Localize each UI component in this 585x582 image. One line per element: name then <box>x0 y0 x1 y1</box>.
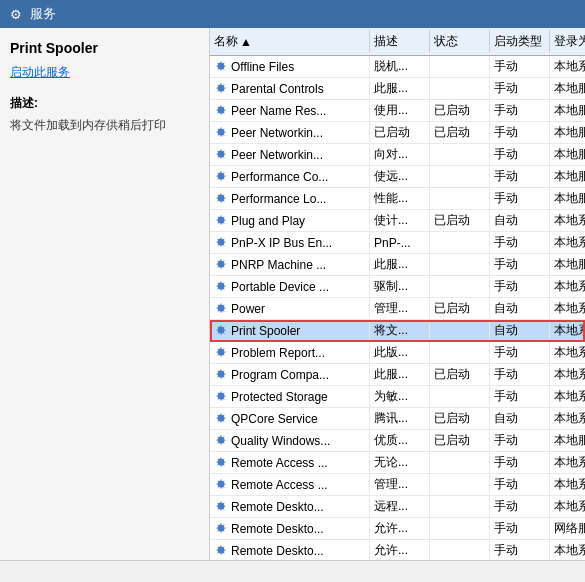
cell-start-type: 手动 <box>490 496 550 517</box>
cell-name: QPCore Service <box>210 408 370 429</box>
desc-label: 描述: <box>10 95 199 112</box>
cell-name: Performance Lo... <box>210 188 370 209</box>
table-row[interactable]: Peer Name Res...使用...已启动手动本地服务 <box>210 100 585 122</box>
cell-name: Remote Access ... <box>210 452 370 473</box>
cell-name: Quality Windows... <box>210 430 370 451</box>
cell-desc: 此服... <box>370 78 430 99</box>
service-name: Print Spooler <box>231 324 300 338</box>
service-name: Performance Lo... <box>231 192 326 206</box>
service-name: Power <box>231 302 265 316</box>
cell-login: 本地服务 <box>550 78 585 99</box>
cell-login: 本地服务 <box>550 122 585 143</box>
cell-start-type: 手动 <box>490 518 550 539</box>
cell-name: Parental Controls <box>210 78 370 99</box>
service-gear-icon <box>214 148 228 162</box>
service-gear-icon <box>214 390 228 404</box>
cell-desc: 为敏... <box>370 386 430 407</box>
cell-start-type: 手动 <box>490 166 550 187</box>
start-service-link[interactable]: 启动此服务 <box>10 65 70 79</box>
table-row[interactable]: Peer Networkin...已启动已启动手动本地服务 <box>210 122 585 144</box>
cell-status <box>430 188 490 209</box>
cell-name: Plug and Play <box>210 210 370 231</box>
cell-login: 本地服务 <box>550 188 585 209</box>
service-name: Remote Deskto... <box>231 544 324 558</box>
cell-name: Remote Deskto... <box>210 540 370 560</box>
service-gear-icon <box>214 60 228 74</box>
table-row[interactable]: Protected Storage为敏...手动本地系统 <box>210 386 585 408</box>
cell-start-type: 手动 <box>490 144 550 165</box>
cell-name: Peer Networkin... <box>210 144 370 165</box>
service-name: Problem Report... <box>231 346 325 360</box>
cell-status <box>430 254 490 275</box>
cell-start-type: 手动 <box>490 342 550 363</box>
service-name: Performance Co... <box>231 170 328 184</box>
col-start-type[interactable]: 启动类型 <box>490 30 550 53</box>
status-bar <box>0 560 585 582</box>
table-body: Offline Files脱机...手动本地系统 Parental Contro… <box>210 56 585 560</box>
service-gear-icon <box>214 236 228 250</box>
table-row[interactable]: QPCore Service腾讯...已启动自动本地系统 <box>210 408 585 430</box>
table-row[interactable]: Offline Files脱机...手动本地系统 <box>210 56 585 78</box>
main-area: Print Spooler 启动此服务 描述: 将文件加载到内存供稍后打印 名称… <box>0 28 585 560</box>
table-row[interactable]: Portable Device ...驱制...手动本地系统 <box>210 276 585 298</box>
service-name: PNRP Machine ... <box>231 258 326 272</box>
table-row[interactable]: Remote Access ...无论...手动本地系统 <box>210 452 585 474</box>
col-status[interactable]: 状态 <box>430 30 490 53</box>
table-row[interactable]: Remote Deskto...允许...手动网络服务 <box>210 518 585 540</box>
table-row[interactable]: Power管理...已启动自动本地系统 <box>210 298 585 320</box>
service-gear-icon <box>214 478 228 492</box>
cell-desc: 驱制... <box>370 276 430 297</box>
title-bar: ⚙ 服务 <box>0 0 585 28</box>
table-row[interactable]: Program Compa...此服...已启动手动本地系统 <box>210 364 585 386</box>
table-row[interactable]: PNRP Machine ...此服...手动本地服务 <box>210 254 585 276</box>
table-row[interactable]: PnP-X IP Bus En...PnP-...手动本地系统 <box>210 232 585 254</box>
table-row[interactable]: Performance Co...使远...手动本地服务 <box>210 166 585 188</box>
cell-desc: 管理... <box>370 298 430 319</box>
cell-login: 本地系统 <box>550 232 585 253</box>
col-name[interactable]: 名称 ▲ <box>210 30 370 53</box>
service-gear-icon <box>214 368 228 382</box>
service-gear-icon <box>214 214 228 228</box>
col-desc[interactable]: 描述 <box>370 30 430 53</box>
cell-name: Peer Networkin... <box>210 122 370 143</box>
col-start-type-label: 启动类型 <box>494 33 542 50</box>
table-row[interactable]: Problem Report...此版...手动本地系统 <box>210 342 585 364</box>
cell-start-type: 手动 <box>490 386 550 407</box>
service-gear-icon <box>214 324 228 338</box>
service-name: Remote Deskto... <box>231 500 324 514</box>
cell-status: 已启动 <box>430 430 490 451</box>
cell-desc: 此服... <box>370 364 430 385</box>
table-row[interactable]: Performance Lo...性能...手动本地服务 <box>210 188 585 210</box>
service-gear-icon <box>214 522 228 536</box>
cell-status: 已启动 <box>430 408 490 429</box>
cell-start-type: 手动 <box>490 56 550 77</box>
table-row[interactable]: Quality Windows...优质...已启动手动本地服务 <box>210 430 585 452</box>
cell-login: 本地系统 <box>550 320 585 341</box>
cell-start-type: 手动 <box>490 276 550 297</box>
cell-status <box>430 320 490 341</box>
service-name: Offline Files <box>231 60 294 74</box>
cell-desc: 远程... <box>370 496 430 517</box>
table-row[interactable]: Print Spooler将文...自动本地系统 <box>210 320 585 342</box>
service-name: Protected Storage <box>231 390 328 404</box>
table-row[interactable]: Plug and Play使计...已启动自动本地系统 <box>210 210 585 232</box>
cell-name: Remote Deskto... <box>210 496 370 517</box>
cell-desc: 使远... <box>370 166 430 187</box>
col-login[interactable]: 登录为 <box>550 30 585 53</box>
cell-desc: 此服... <box>370 254 430 275</box>
title-label: 服务 <box>30 5 56 23</box>
table-row[interactable]: Parental Controls此服...手动本地服务 <box>210 78 585 100</box>
table-row[interactable]: Remote Access ...管理...手动本地系统 <box>210 474 585 496</box>
service-gear-icon <box>214 104 228 118</box>
table-row[interactable]: Remote Deskto...允许...手动本地系统 <box>210 540 585 560</box>
col-desc-label: 描述 <box>374 33 398 50</box>
table-row[interactable]: Remote Deskto...远程...手动本地系统 <box>210 496 585 518</box>
table-row[interactable]: Peer Networkin...向对...手动本地服务 <box>210 144 585 166</box>
cell-status: 已启动 <box>430 100 490 121</box>
service-gear-icon <box>214 456 228 470</box>
service-name: Parental Controls <box>231 82 324 96</box>
cell-login: 本地服务 <box>550 166 585 187</box>
cell-start-type: 自动 <box>490 320 550 341</box>
cell-start-type: 手动 <box>490 100 550 121</box>
cell-login: 本地系统 <box>550 386 585 407</box>
